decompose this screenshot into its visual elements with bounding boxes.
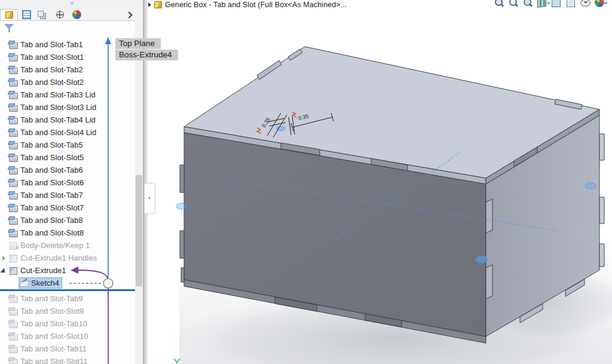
displaymanager-tab[interactable] [68, 9, 85, 20]
tab-and-slot-icon [9, 166, 18, 174]
tree-item[interactable]: Tab and Slot-Slot7 [0, 201, 136, 214]
expand-arrow[interactable] [0, 355, 8, 364]
tree-item[interactable]: Tab and Slot-Tab4 Lid [0, 114, 136, 126]
view-orientation-icon[interactable] [551, 0, 562, 8]
expand-arrow[interactable] [0, 317, 8, 330]
tree-item[interactable]: Tab and Slot-Slot3 Lid [0, 101, 136, 114]
configurationmanager-tab[interactable] [35, 9, 51, 20]
expand-arrow[interactable] [0, 38, 8, 51]
breadcrumb-flyout-icon[interactable] [148, 2, 151, 7]
tree-item[interactable]: Tab and Slot-Tab2 [0, 63, 136, 76]
tree-item[interactable]: Tab and Slot-Slot8 [0, 227, 136, 239]
tree-item[interactable]: Body-Delete/Keep 1 [0, 239, 136, 252]
tree-item[interactable]: Tab and Slot-Slot11 [0, 355, 136, 364]
tree-item[interactable]: Tab and Slot-Tab3 Lid [0, 88, 136, 101]
expand-arrow[interactable] [0, 164, 8, 176]
tree-item[interactable]: Sketch4 [0, 277, 136, 289]
panel-tabs-overflow-chevron[interactable] [123, 9, 137, 20]
edge-tab-right [599, 134, 604, 160]
expand-arrow[interactable] [0, 101, 8, 114]
scrollbar-thumb[interactable] [136, 175, 142, 286]
tab-and-slot-icon [9, 307, 18, 315]
tree-item[interactable]: Tab and Slot-Tab5 [0, 139, 136, 151]
expand-arrow[interactable] [0, 342, 8, 355]
tooltip-line-top-plane: Top Plane [115, 38, 161, 49]
tab-and-slot-icon [9, 154, 18, 161]
breadcrumb[interactable]: Generic Box - Tab and Slot (Full Box<As … [148, 0, 347, 10]
zoom-to-fit-icon[interactable] [494, 0, 504, 8]
cut-extrude-icon [9, 254, 18, 262]
propertymanager-tab[interactable] [18, 9, 35, 20]
tree-item[interactable]: Tab and Slot-Tab6 [0, 164, 136, 176]
document-title: Generic Box - Tab and Slot (Full Box<As … [165, 1, 347, 9]
tree-filter-icon[interactable] [4, 23, 14, 33]
expand-arrow[interactable] [0, 51, 8, 63]
expand-arrow[interactable] [0, 292, 8, 305]
expand-arrow[interactable] [0, 239, 8, 252]
tree-item[interactable]: Tab and Slot-Slot6 [0, 176, 136, 189]
tree-item-label: Tab and Slot-Tab4 Lid [20, 115, 96, 124]
tab-and-slot-icon [9, 66, 18, 74]
zoom-to-area-icon[interactable] [508, 0, 519, 8]
featuremanager-tab[interactable] [0, 9, 18, 20]
expand-arrow[interactable] [0, 330, 8, 342]
tab-and-slot-icon [9, 229, 18, 237]
expand-arrow[interactable] [0, 76, 8, 88]
tree-item-label: Tab and Slot-Tab7 [20, 191, 83, 200]
expand-arrow[interactable] [0, 114, 8, 126]
display-style-icon[interactable] [565, 0, 576, 8]
dimxpertmanager-tab[interactable] [51, 9, 68, 20]
expand-arrow[interactable] [0, 126, 8, 139]
expand-arrow[interactable] [0, 176, 8, 189]
previous-view-icon[interactable] [522, 0, 533, 8]
panel-top-strip [0, 0, 143, 9]
expand-arrow[interactable] [0, 252, 8, 264]
tree-item[interactable]: Tab and Slot-Slot4 Lid [0, 126, 136, 139]
tree-scrollbar[interactable] [135, 20, 143, 364]
expand-arrow[interactable] [0, 305, 8, 317]
tree-item[interactable]: Cut-Extrude1 [0, 264, 136, 277]
tree-item-label: Tab and Slot-Slot8 [20, 228, 84, 237]
tab-and-slot-icon [9, 129, 18, 136]
tooltip-line-boss-extrude: Boss-Extrude4 [115, 50, 178, 60]
tree-item[interactable]: Cut-Extrude1 Handles [0, 252, 136, 264]
reference-tooltip: Top Plane Boss-Extrude4 [115, 38, 178, 61]
expand-arrow[interactable] [0, 214, 8, 227]
tab-and-slot-icon [9, 91, 18, 99]
rollback-bar[interactable] [0, 289, 136, 291]
tab-and-slot-icon [9, 116, 18, 124]
tree-item[interactable]: Tab and Slot-Tab9 [0, 292, 136, 305]
expand-arrow[interactable] [0, 201, 8, 214]
expand-arrow[interactable] [0, 139, 8, 151]
expand-arrow[interactable] [0, 264, 8, 277]
tree-item-label: Cut-Extrude1 Handles [20, 253, 97, 262]
tree-item-label: Tab and Slot-Tab1 [20, 40, 83, 49]
expand-arrow[interactable] [0, 88, 8, 101]
tab-and-slot-icon [9, 141, 18, 149]
tree-item-label: Tab and Slot-Tab3 Lid [20, 90, 96, 99]
tree-item[interactable]: Tab and Slot-Slot10 [0, 330, 136, 342]
tree-item[interactable]: Tab and Slot-Slot5 [0, 151, 136, 164]
headsup-view-toolbar[interactable] [494, 0, 605, 8]
hide-show-items-icon[interactable] [580, 0, 590, 8]
tab-and-slot-icon [9, 41, 18, 48]
tree-item[interactable]: Tab and Slot-Slot9 [0, 305, 136, 317]
tree-item[interactable]: Tab and Slot-Tab10 [0, 317, 136, 330]
edit-appearance-icon[interactable] [594, 0, 605, 8]
panel-tab-bar[interactable] [0, 9, 143, 21]
expand-arrow[interactable] [0, 227, 8, 239]
section-view-icon[interactable] [537, 0, 547, 8]
expand-arrow[interactable] [0, 189, 8, 201]
tree-item[interactable]: Tab and Slot-Tab8 [0, 214, 136, 227]
tree-item[interactable]: Tab and Slot-Tab7 [0, 189, 136, 201]
expand-arrow[interactable] [0, 63, 8, 76]
corner-notch [486, 265, 492, 299]
tree-item-label: Tab and Slot-Slot7 [20, 203, 84, 212]
panel-splitter-handle[interactable] [144, 183, 155, 214]
window-control-dot-icon [71, 2, 74, 5]
tab-and-slot-icon [9, 103, 18, 111]
expand-arrow[interactable] [0, 277, 19, 289]
expand-arrow[interactable] [0, 151, 8, 164]
tree-item[interactable]: Tab and Slot-Tab11 [0, 342, 136, 355]
tree-item[interactable]: Tab and Slot-Slot2 [0, 76, 136, 88]
